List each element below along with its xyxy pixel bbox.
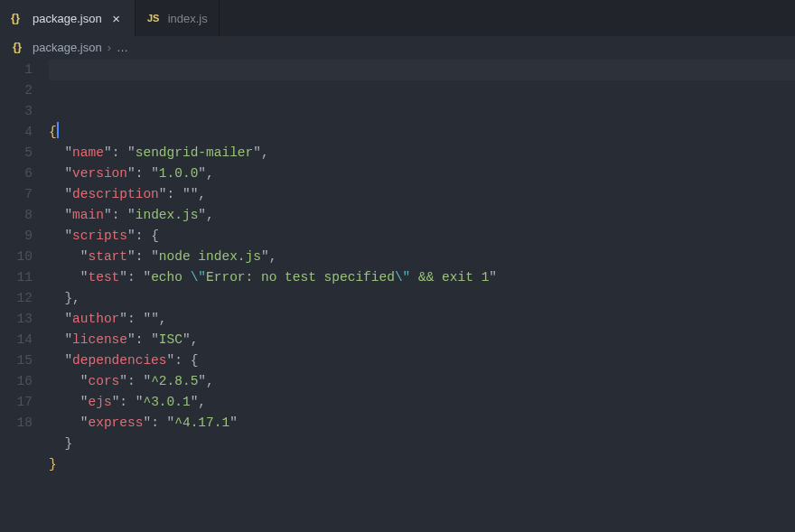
token: " [151, 312, 159, 326]
line-number: 2 [0, 80, 33, 101]
code-line[interactable]: "version": "1.0.0", [49, 163, 795, 184]
token: echo [151, 270, 191, 285]
code-line[interactable]: "license": "ISC", [49, 330, 795, 350]
line-number: 6 [0, 163, 33, 184]
token: " [80, 415, 89, 430]
code-line[interactable]: { [49, 122, 795, 143]
line-number: 4 [0, 122, 33, 143]
token: description [72, 187, 159, 201]
token: " [119, 312, 127, 326]
token: " [80, 374, 89, 388]
code-line[interactable] [49, 475, 795, 496]
token: ISC [159, 332, 182, 347]
token: : [136, 332, 151, 347]
code-line[interactable]: "express": "^4.17.1" [49, 413, 795, 434]
token: , [198, 187, 206, 201]
vertical-scrollbar[interactable] [784, 58, 795, 532]
json-icon: {} [13, 40, 27, 54]
line-number: 13 [0, 309, 33, 330]
code-line[interactable]: "author": "", [49, 309, 795, 330]
token: " [64, 187, 72, 201]
code-line[interactable]: "dependencies": { [49, 350, 795, 371]
token: " [151, 249, 159, 264]
line-number: 14 [0, 330, 33, 350]
token: test [89, 270, 120, 285]
token: " [80, 249, 89, 264]
token: " [261, 249, 269, 264]
json-icon: {} [11, 11, 25, 25]
token: " [143, 415, 151, 430]
svg-text:{}: {} [11, 11, 20, 24]
token: " [167, 353, 175, 368]
token: } [49, 457, 57, 471]
token: " [64, 312, 72, 326]
code-line[interactable]: "description": "", [49, 184, 795, 205]
line-number: 1 [0, 60, 33, 80]
token: " [64, 332, 72, 347]
token: " [198, 166, 206, 181]
breadcrumb[interactable]: {} package.json › … [0, 36, 795, 58]
token: " [119, 374, 127, 388]
code-line[interactable]: "test": "echo \"Error: no test specified… [49, 267, 795, 288]
token: && exit 1 [410, 270, 489, 285]
line-gutter: 123456789101112131415161718 [0, 58, 49, 532]
token: " [143, 270, 151, 285]
token: , [198, 395, 206, 409]
code-line[interactable]: } [49, 454, 795, 475]
text-cursor [57, 122, 59, 138]
code-editor[interactable]: 123456789101112131415161718 { "name": "s… [0, 58, 795, 532]
token: } [64, 291, 72, 305]
close-icon[interactable]: × [109, 11, 124, 25]
token: " [489, 270, 497, 285]
line-number: 15 [0, 350, 33, 371]
tab-index-js[interactable]: JS index.js [136, 0, 220, 36]
token: : [167, 187, 182, 201]
token: scripts [72, 229, 127, 243]
token: : [174, 353, 190, 368]
token: " [80, 395, 89, 409]
token: \" [395, 270, 410, 285]
token: " [127, 145, 136, 160]
token: , [159, 312, 167, 326]
code-line[interactable]: "cors": "^2.8.5", [49, 371, 795, 392]
token: author [72, 312, 119, 326]
line-number: 16 [0, 371, 33, 392]
tab-bar: {} package.json × JS index.js [0, 0, 795, 36]
token: " [253, 145, 261, 160]
code-line[interactable]: "main": "index.js", [49, 205, 795, 226]
token: " [127, 166, 136, 181]
token: { [49, 125, 57, 139]
code-line[interactable]: } [49, 434, 795, 454]
code-line[interactable]: "start": "node index.js", [49, 247, 795, 267]
token: } [64, 436, 72, 451]
token: : [119, 395, 135, 409]
tab-label: package.json [33, 12, 102, 25]
token: " [64, 145, 72, 160]
token: 1.0.0 [159, 166, 199, 181]
token: , [206, 208, 214, 222]
token: main [72, 208, 104, 222]
code-area[interactable]: { "name": "sendgrid-mailer", "version": … [49, 58, 795, 532]
code-line[interactable]: "ejs": "^3.0.1", [49, 392, 795, 413]
code-line[interactable]: "scripts": { [49, 226, 795, 247]
token: " [80, 270, 89, 285]
token: " [159, 187, 167, 201]
code-line[interactable]: "name": "sendgrid-mailer", [49, 143, 795, 163]
token: " [198, 208, 206, 222]
token: : [151, 415, 166, 430]
svg-text:{}: {} [13, 40, 22, 53]
token: " [127, 332, 136, 347]
line-number: 3 [0, 101, 33, 122]
token: : [127, 312, 143, 326]
token: : [136, 249, 151, 264]
token: " [64, 353, 72, 368]
token: " [104, 145, 112, 160]
code-line[interactable]: }, [49, 288, 795, 309]
token: node index.js [159, 249, 261, 264]
token: ^3.0.1 [143, 395, 190, 409]
tab-package-json[interactable]: {} package.json × [0, 0, 136, 36]
token: { [151, 229, 159, 243]
token: " [182, 187, 191, 201]
token: ^2.8.5 [151, 374, 198, 388]
line-number: 17 [0, 392, 33, 413]
